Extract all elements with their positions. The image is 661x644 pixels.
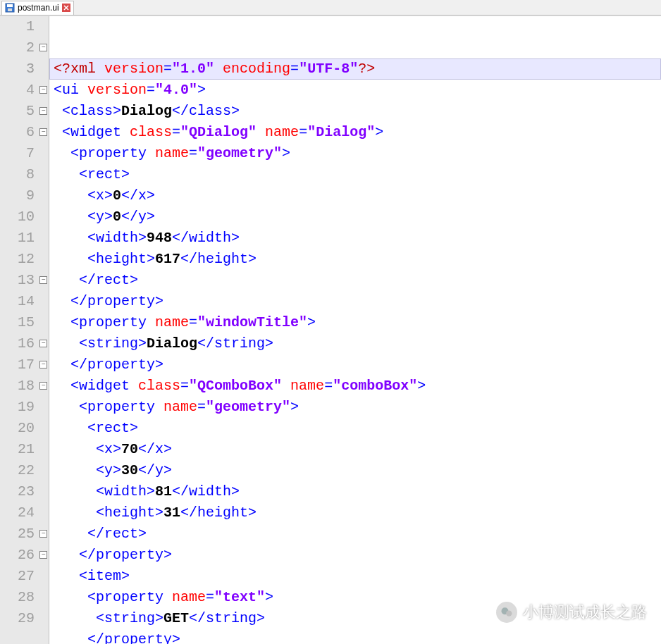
fold-toggle-icon[interactable]: − <box>39 107 47 115</box>
line-number: 2 <box>0 37 35 58</box>
fold-toggle-icon[interactable]: − <box>39 530 47 538</box>
line-number: 7 <box>0 143 35 164</box>
line-number: 28 <box>0 587 35 608</box>
code-line[interactable]: <string>GET</string> <box>54 608 661 629</box>
line-number: 10 <box>0 206 35 228</box>
line-number: 5 <box>0 101 35 122</box>
tab-filename: postman.ui <box>18 3 59 13</box>
code-line[interactable]: </property> <box>54 354 661 376</box>
tab-bar: postman.ui <box>0 0 661 16</box>
line-number: 23 <box>0 481 35 502</box>
fold-toggle-icon[interactable]: − <box>39 382 47 390</box>
line-number: 1 <box>0 16 35 37</box>
code-line[interactable]: <widget class="QComboBox" name="comboBox… <box>54 376 661 397</box>
editor-area: 1234567891011121314151617181920212223242… <box>0 16 661 644</box>
fold-column: −−−−−−−−−− <box>39 16 49 644</box>
code-line[interactable]: <x>0</x> <box>54 185 661 206</box>
line-number: 20 <box>0 418 35 439</box>
code-line[interactable]: <x>70</x> <box>54 439 661 460</box>
line-number: 16 <box>0 333 35 354</box>
line-number: 12 <box>0 249 35 270</box>
fold-toggle-icon[interactable]: − <box>39 86 47 94</box>
code-line[interactable]: <ui version="4.0"> <box>54 80 661 101</box>
code-line[interactable]: <width>81</width> <box>54 481 661 502</box>
line-number: 3 <box>0 58 35 80</box>
line-number: 22 <box>0 460 35 481</box>
code-line[interactable]: </property> <box>54 545 661 566</box>
fold-toggle-icon[interactable]: − <box>39 44 47 51</box>
code-line[interactable]: <property name="windowTitle"> <box>54 312 661 333</box>
code-line[interactable]: </property> <box>54 629 661 644</box>
line-number: 8 <box>0 164 35 185</box>
code-content[interactable]: <?xml version="1.0" encoding="UTF-8"?><u… <box>49 16 661 644</box>
svg-rect-1 <box>7 4 13 7</box>
code-line[interactable]: </rect> <box>54 270 661 291</box>
fold-toggle-icon[interactable]: − <box>39 276 47 284</box>
code-line[interactable]: <class>Dialog</class> <box>54 101 661 122</box>
line-number: 17 <box>0 354 35 376</box>
line-number: 9 <box>0 185 35 206</box>
line-number: 25 <box>0 524 35 545</box>
line-number-gutter: 1234567891011121314151617181920212223242… <box>0 16 49 644</box>
fold-toggle-icon[interactable]: − <box>39 361 47 369</box>
line-number: 24 <box>0 502 35 524</box>
line-number: 18 <box>0 376 35 397</box>
line-number: 29 <box>0 608 35 629</box>
code-line[interactable]: <width>948</width> <box>54 228 661 249</box>
line-number: 26 <box>0 545 35 566</box>
code-line[interactable]: <y>30</y> <box>54 460 661 481</box>
code-line[interactable]: <property name="text"> <box>54 587 661 608</box>
code-line[interactable]: </rect> <box>54 524 661 545</box>
code-line[interactable]: <item> <box>54 566 661 587</box>
close-icon[interactable] <box>62 4 70 12</box>
line-number: 21 <box>0 439 35 460</box>
code-line[interactable]: <y>0</y> <box>54 206 661 228</box>
code-line[interactable]: <rect> <box>54 164 661 185</box>
line-number: 6 <box>0 122 35 143</box>
code-line[interactable]: <property name="geometry"> <box>54 397 661 418</box>
line-number: 27 <box>0 566 35 587</box>
svg-rect-2 <box>8 8 12 11</box>
line-number: 4 <box>0 80 35 101</box>
fold-toggle-icon[interactable]: − <box>39 551 47 559</box>
code-line[interactable]: <string>Dialog</string> <box>54 333 661 354</box>
fold-toggle-icon[interactable]: − <box>39 340 47 347</box>
line-number: 15 <box>0 312 35 333</box>
line-number: 13 <box>0 270 35 291</box>
line-number: 19 <box>0 397 35 418</box>
code-line[interactable]: <height>31</height> <box>54 502 661 524</box>
save-icon <box>5 3 15 13</box>
code-line[interactable]: <?xml version="1.0" encoding="UTF-8"?> <box>49 58 661 80</box>
code-line[interactable]: <widget class="QDialog" name="Dialog"> <box>54 122 661 143</box>
code-line[interactable]: </property> <box>54 291 661 312</box>
code-line[interactable]: <height>617</height> <box>54 249 661 270</box>
code-line[interactable]: <rect> <box>54 418 661 439</box>
file-tab[interactable]: postman.ui <box>1 1 74 15</box>
line-number: 14 <box>0 291 35 312</box>
fold-toggle-icon[interactable]: − <box>39 128 47 136</box>
line-number: 11 <box>0 228 35 249</box>
code-line[interactable]: <property name="geometry"> <box>54 143 661 164</box>
